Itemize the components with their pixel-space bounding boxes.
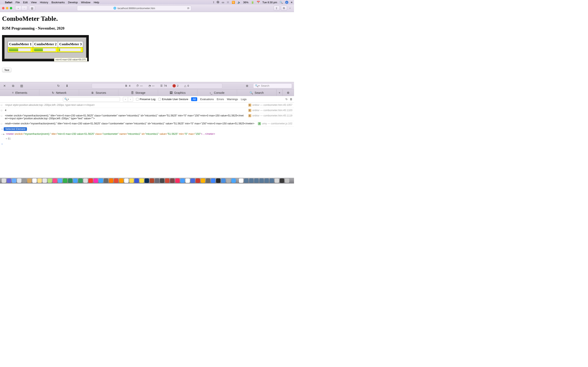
console-prompt[interactable]: › [0,141,294,147]
battery-icon[interactable]: 🔋 [251,1,254,4]
app-icon[interactable] [94,178,98,183]
filter-logs[interactable]: Logs [241,98,246,101]
status-icon[interactable]: ⟟ [213,1,214,4]
clock[interactable]: Tue 8:30 pm [262,1,277,4]
tab-console[interactable]: ›_Console [198,90,237,96]
address-bar[interactable]: 🌐 localhost:8888/combometer.htm ⟳ [77,6,191,11]
sidebar-toggle-button[interactable]: ▥ [29,6,35,11]
app-icon[interactable] [150,178,154,183]
settings-gear-button[interactable]: ⚙ [283,90,294,96]
app-icon[interactable] [231,178,236,183]
screen-icon[interactable]: ▭ [222,1,224,4]
log-source[interactable]: combometer.htm:45:1103 [263,109,292,112]
close-inspector-button[interactable]: ✕ [2,83,7,88]
app-icon[interactable] [12,178,16,183]
dock-doc-icon[interactable] [239,178,243,183]
spotlight-icon[interactable]: 🔍 [279,1,283,4]
app-icon[interactable] [88,178,93,183]
app-icon[interactable] [7,178,11,183]
log-source[interactable]: combometer.js:102 [271,122,292,125]
emulate-gesture-checkbox[interactable]: Emulate User Gesture [158,98,188,101]
reload-icon[interactable]: ⟳ [187,7,190,10]
app-icon[interactable] [43,178,47,183]
menu-extras-icon[interactable]: ≡ [291,1,292,4]
combometer-3[interactable] [59,48,81,51]
app-icon[interactable] [221,178,226,183]
menu-edit[interactable]: Edit [23,1,27,4]
calendar-icon[interactable] [32,178,37,183]
app-icon[interactable] [37,178,42,183]
app-icon[interactable] [53,178,57,183]
app-icon[interactable] [48,178,52,183]
app-icon[interactable] [206,178,210,183]
xd-icon[interactable] [175,178,180,183]
dock-folder-icon[interactable] [249,178,254,183]
back-button[interactable]: ‹ [15,6,21,11]
tab-graphics[interactable]: 🖼Graphics [158,90,198,96]
app-icon[interactable] [170,178,174,183]
tabs-button[interactable]: ⧉ [281,6,287,11]
filezilla-icon[interactable] [196,178,200,183]
tab-network[interactable]: ↻Network [39,90,79,96]
filter-errors[interactable]: Errors [217,98,224,101]
dock-folder-icon[interactable] [269,178,274,183]
app-icon[interactable] [109,178,113,183]
siri-icon[interactable]: ◎ [285,1,288,4]
wifi-icon[interactable]: 🛜 [232,1,235,4]
log-source[interactable]: combometer.htm:45:1119 [263,114,292,117]
app-icon[interactable] [185,178,190,183]
photoshop-icon[interactable] [145,178,149,183]
filter-prev-button[interactable]: ‹ [123,97,128,101]
firefox-icon[interactable] [119,178,123,183]
forward-button[interactable]: › [21,6,27,11]
app-icon[interactable] [22,178,26,183]
tab-storage[interactable]: 🗄Storage [118,90,158,96]
status-icon[interactable]: Ⓜ [217,0,219,4]
share-button[interactable]: ⇪ [274,6,280,11]
app-icon[interactable] [27,178,32,183]
console-body[interactable]: □ <input style=position:absolute;top:-20… [0,103,294,178]
menu-view[interactable]: View [31,1,37,4]
menu-history[interactable]: History [40,1,48,4]
zoom-window-icon[interactable] [10,7,12,9]
filter-evaluations[interactable]: Evaluations [200,98,214,101]
element-picker-button[interactable]: ⊕ [245,83,250,88]
new-tab-button[interactable]: ＋ [288,6,292,11]
app-icon[interactable] [155,178,159,183]
app-icon[interactable] [139,178,144,183]
refresh-console-button[interactable]: ↻ [285,98,288,101]
menu-window[interactable]: Window [81,1,90,4]
app-icon[interactable] [275,178,279,183]
menu-file[interactable]: File [16,1,20,4]
console-filter-search[interactable]: 🔍▾ [63,97,120,101]
app-icon[interactable] [226,178,231,183]
combometer-2[interactable] [34,48,56,51]
preserve-log-checkbox[interactable]: Preserve Log [136,98,155,101]
close-window-icon[interactable] [2,7,4,9]
filter-next-button[interactable]: › [128,97,133,101]
app-icon[interactable] [99,178,103,183]
log-source[interactable]: combometer.htm:45:1057 [263,104,292,106]
app-icon[interactable] [211,178,215,183]
app-icon[interactable] [180,178,185,183]
download-button[interactable]: ⬇ [65,83,69,88]
window-controls[interactable] [2,7,12,9]
dock-split-button[interactable]: ▥ [19,83,24,88]
app-icon[interactable] [216,178,221,183]
tab-search[interactable]: 🔍Search [237,90,277,96]
bluetooth-icon[interactable]: ⌘ [227,1,229,4]
date-icon[interactable]: 📅 [257,1,260,4]
app-icon[interactable] [63,178,67,183]
dock-folder-icon[interactable] [259,178,264,183]
selected-element-code[interactable]: <meter onclick="myownfraction(event);" t… [6,133,292,135]
menu-bookmarks[interactable]: Bookmarks [52,1,65,4]
add-tab-button[interactable]: ＋ [277,90,283,96]
app-icon[interactable] [160,178,164,183]
app-icon[interactable] [104,178,108,183]
combometer-1[interactable] [9,48,31,51]
app-icon[interactable] [190,178,195,183]
test-button[interactable]: Test [2,68,11,72]
app-icon[interactable] [114,178,118,183]
menu-develop[interactable]: Develop [68,1,78,4]
finder-icon[interactable] [2,178,6,183]
